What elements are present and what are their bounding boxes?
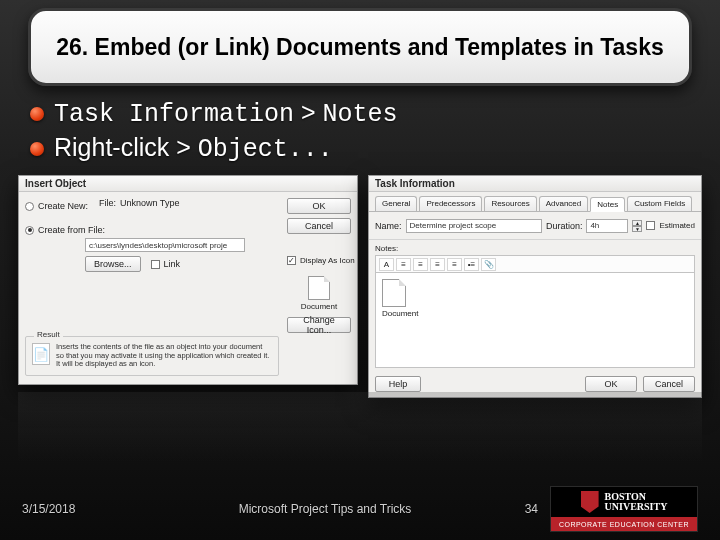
radio-icon <box>25 226 34 235</box>
radio-create-from-file-label: Create from File: <box>38 225 105 235</box>
tab-general[interactable]: General <box>375 196 417 211</box>
link-checkbox[interactable]: Link <box>151 259 181 269</box>
display-as-icon-checkbox[interactable]: Display As Icon <box>287 256 351 265</box>
link-label: Link <box>164 259 181 269</box>
align-justify-button[interactable]: ≡ <box>447 258 462 271</box>
notes-toolbar: A ≡ ≡ ≡ ≡ •≡ 📎 <box>375 255 695 273</box>
footer-title: Microsoft Project Tips and Tricks <box>142 502 508 516</box>
duration-label: Duration: <box>546 221 583 231</box>
cancel-button[interactable]: Cancel <box>643 376 695 392</box>
checkbox-icon <box>646 221 655 230</box>
insert-object-dialog: Insert Object Create New: Create from Fi… <box>18 175 358 385</box>
screenshot-row: Insert Object Create New: Create from Fi… <box>18 175 702 450</box>
cancel-button[interactable]: Cancel <box>287 218 351 234</box>
slide-bullets: Task Information > Notes Right-click > O… <box>30 98 690 168</box>
radio-create-from-file[interactable]: Create from File: <box>25 225 279 235</box>
estimated-label: Estimated <box>659 221 695 230</box>
checkbox-icon <box>287 256 296 265</box>
logo-line2: UNIVERSITY <box>605 502 668 512</box>
embedded-document-label: Document <box>382 309 688 318</box>
tab-predecessors[interactable]: Predecessors <box>419 196 482 211</box>
tab-notes[interactable]: Notes <box>590 197 625 212</box>
duration-spinner[interactable]: ▲▼ <box>632 220 642 232</box>
result-group: Result 📄 Inserts the contents of the fil… <box>25 336 279 376</box>
slide-title-panel: 26. Embed (or Link) Documents and Templa… <box>28 8 692 86</box>
slide-footer: 3/15/2018 Microsoft Project Tips and Tri… <box>0 478 720 540</box>
radio-icon <box>25 202 34 211</box>
bullet-list-button[interactable]: •≡ <box>464 258 479 271</box>
task-information-titlebar: Task Information <box>369 176 701 192</box>
file-path-input[interactable]: c:\users\lyndes\desktop\microsoft proje <box>85 238 245 252</box>
bu-shield-icon <box>581 491 599 513</box>
slide-title: 26. Embed (or Link) Documents and Templa… <box>56 33 664 62</box>
result-icon: 📄 <box>32 343 50 365</box>
bullet-1-text: Task Information > Notes <box>54 98 398 129</box>
notes-label: Notes: <box>369 240 701 253</box>
insert-object-titlebar: Insert Object <box>19 176 357 192</box>
align-right-button[interactable]: ≡ <box>430 258 445 271</box>
file-type: Unknown Type <box>120 198 179 208</box>
bullet-2-text: Right-click > Object... <box>54 133 333 164</box>
task-information-dialog: Task Information General Predecessors Re… <box>368 175 702 398</box>
ok-button[interactable]: OK <box>585 376 637 392</box>
help-button[interactable]: Help <box>375 376 421 392</box>
font-button[interactable]: A <box>379 258 394 271</box>
estimated-checkbox[interactable]: Estimated <box>646 221 695 230</box>
align-left-button[interactable]: ≡ <box>396 258 411 271</box>
display-as-icon-label: Display As Icon <box>300 256 355 265</box>
boston-university-logo: BOSTON UNIVERSITY CORPORATE EDUCATION CE… <box>550 486 698 532</box>
change-icon-button[interactable]: Change Icon... <box>287 317 351 333</box>
footer-date: 3/15/2018 <box>22 502 142 516</box>
checkbox-icon <box>151 260 160 269</box>
name-label: Name: <box>375 221 402 231</box>
task-name-input[interactable]: Determine project scope <box>406 219 542 233</box>
result-legend: Result <box>34 330 63 339</box>
bullet-dot-icon <box>30 142 44 156</box>
duration-input[interactable]: 4h <box>586 219 628 233</box>
browse-button[interactable]: Browse... <box>85 256 141 272</box>
icon-preview-column: Document Change Icon... <box>287 276 351 333</box>
insert-object-button[interactable]: 📎 <box>481 258 496 271</box>
tab-resources[interactable]: Resources <box>484 196 536 211</box>
bullet-dot-icon <box>30 107 44 121</box>
align-center-button[interactable]: ≡ <box>413 258 428 271</box>
dialog-footer: Help OK Cancel <box>375 376 695 392</box>
document-icon <box>308 276 330 300</box>
bullet-2: Right-click > Object... <box>30 133 690 164</box>
tab-strip: General Predecessors Resources Advanced … <box>369 192 701 212</box>
tab-custom-fields[interactable]: Custom Fields <box>627 196 692 211</box>
embedded-document-icon[interactable] <box>382 279 406 307</box>
name-row: Name: Determine project scope Duration: … <box>369 212 701 240</box>
radio-create-new-label: Create New: <box>38 201 88 211</box>
ok-button[interactable]: OK <box>287 198 351 214</box>
file-label: File: <box>99 198 116 208</box>
document-icon-label: Document <box>287 302 351 311</box>
tab-advanced[interactable]: Advanced <box>539 196 589 211</box>
footer-page-number: 34 <box>508 502 538 516</box>
bullet-1: Task Information > Notes <box>30 98 690 129</box>
notes-area[interactable]: Document <box>375 273 695 368</box>
logo-subline: CORPORATE EDUCATION CENTER <box>551 517 697 531</box>
result-text: Inserts the contents of the file as an o… <box>56 343 272 369</box>
